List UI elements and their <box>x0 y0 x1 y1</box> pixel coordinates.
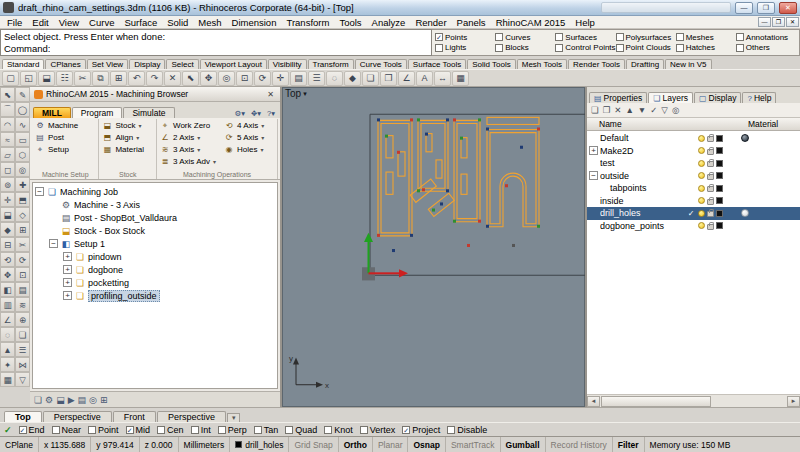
checkbox-icon[interactable] <box>324 426 332 434</box>
child-close-button[interactable]: ✕ <box>786 17 799 27</box>
layer-color-swatch[interactable] <box>716 197 723 204</box>
sidebar-tool-icon[interactable]: ⟲ <box>0 252 15 267</box>
scroll-left-icon[interactable]: ◄ <box>587 396 600 407</box>
cut-icon[interactable]: ✂ <box>74 71 91 86</box>
cam-footer-icon[interactable]: ⚙ <box>45 395 53 405</box>
viewport-tab-perspective[interactable]: Perspective <box>43 411 112 422</box>
viewport-tab-more-icon[interactable]: ▾ <box>227 413 241 422</box>
menu-curve[interactable]: Curve <box>84 17 119 28</box>
sidebar-tool-icon[interactable]: ⌒ <box>0 102 15 117</box>
lock-icon[interactable]: ◆ <box>344 71 361 86</box>
sidebar-tool-icon[interactable]: ⬡ <box>15 147 30 162</box>
osnap-int[interactable]: Int <box>191 425 211 435</box>
layer-color-swatch[interactable] <box>716 185 723 192</box>
layer-color-swatch[interactable] <box>716 222 723 229</box>
pan-icon[interactable]: ✥ <box>200 71 217 86</box>
horizontal-scrollbar[interactable]: ◄ ► <box>587 394 800 407</box>
tree-item-machining-job[interactable]: −❏Machining Job <box>35 185 275 198</box>
lock-icon[interactable] <box>707 136 714 142</box>
toggle-gumball[interactable]: Gumball <box>501 437 546 452</box>
toolbar-tab-solid-tools[interactable]: Solid Tools <box>467 59 516 69</box>
layer-row-drill-holes[interactable]: drill_holes ✓ <box>587 207 800 220</box>
sidebar-tool-icon[interactable]: ◧ <box>0 282 15 297</box>
expander-icon[interactable]: − <box>49 239 58 248</box>
properties-icon[interactable]: ☰ <box>308 71 325 86</box>
expander-icon[interactable]: + <box>63 291 72 300</box>
material-sphere-icon[interactable] <box>741 134 749 142</box>
material-button[interactable]: ▦Material <box>102 144 153 155</box>
filter-hatches[interactable]: Hatches <box>676 43 736 52</box>
osnap-mid[interactable]: ✓Mid <box>126 425 151 435</box>
checkbox-icon[interactable]: ✓ <box>19 426 27 434</box>
child-restore-button[interactable]: ❐ <box>772 17 785 27</box>
units-indicator[interactable]: Millimeters <box>179 437 231 452</box>
checkbox-icon[interactable] <box>360 426 368 434</box>
filter-point-clouds[interactable]: Point Clouds <box>616 43 676 52</box>
osnap-near[interactable]: Near <box>52 425 82 435</box>
cam-footer-icon[interactable]: ◎ <box>89 395 97 405</box>
toolbar-tab-drafting[interactable]: Drafting <box>626 59 664 69</box>
toolbar-tab-cplanes[interactable]: CPlanes <box>45 59 85 69</box>
command-input[interactable] <box>50 43 428 54</box>
grid-icon[interactable]: ▦ <box>452 71 469 86</box>
current-layer-check[interactable]: ✓ <box>686 209 696 218</box>
maximize-button[interactable]: ❐ <box>757 2 775 14</box>
layer-color-swatch[interactable] <box>716 210 723 217</box>
sidebar-tool-icon[interactable]: ⬒ <box>15 192 30 207</box>
menu-solid[interactable]: Solid <box>162 17 193 28</box>
osnap-disable[interactable]: Disable <box>447 425 487 435</box>
search-icon[interactable]: ◎ <box>672 105 679 115</box>
expander-icon[interactable]: + <box>63 252 72 261</box>
save-icon[interactable]: ⬓ <box>38 71 55 86</box>
visibility-bulb-icon[interactable] <box>698 147 705 154</box>
sidebar-tool-icon[interactable]: ⋈ <box>15 357 30 372</box>
checkbox-icon[interactable] <box>254 426 262 434</box>
sidebar-tool-icon[interactable]: ✚ <box>15 177 30 192</box>
filter-annotations[interactable]: Annotations <box>736 33 796 42</box>
sidebar-tool-icon[interactable]: ▭ <box>15 132 30 147</box>
group-icon[interactable]: ❏ <box>362 71 379 86</box>
layer-color-swatch[interactable] <box>716 147 723 154</box>
expander-icon[interactable]: + <box>63 278 72 287</box>
filter-lights[interactable]: Lights <box>435 43 495 52</box>
osnap-knot[interactable]: Knot <box>324 425 353 435</box>
layer-row-make2d[interactable]: +Make2D <box>587 145 800 158</box>
zoom-icon[interactable]: ◎ <box>218 71 235 86</box>
toggle-smarttrack[interactable]: SmartTrack <box>446 437 501 452</box>
cam-footer-icon[interactable]: ⊞ <box>100 395 108 405</box>
menu-tools[interactable]: Tools <box>334 17 366 28</box>
viewport-canvas[interactable]: y x <box>282 87 585 407</box>
menu-help[interactable]: Help <box>570 17 600 28</box>
menu-transform[interactable]: Transform <box>281 17 334 28</box>
sidebar-tool-icon[interactable]: ⊟ <box>0 237 15 252</box>
post-button[interactable]: ▤Post <box>35 132 95 143</box>
checkbox-icon[interactable]: ✓ <box>402 426 410 434</box>
sidebar-tool-icon[interactable]: ⊞ <box>15 222 30 237</box>
sidebar-tool-icon[interactable]: ◌ <box>0 327 15 342</box>
menu-mesh[interactable]: Mesh <box>193 17 226 28</box>
osnap-perp[interactable]: Perp <box>218 425 247 435</box>
expander-icon[interactable]: − <box>35 187 44 196</box>
minimize-button[interactable]: — <box>735 2 753 14</box>
sidebar-tool-icon[interactable]: ◆ <box>0 222 15 237</box>
holes-button[interactable]: ◉Holes▾ <box>224 144 274 155</box>
toggle-osnap[interactable]: Osnap <box>408 437 445 452</box>
tab-display[interactable]: ▢Display <box>694 92 741 103</box>
layer-color-swatch[interactable] <box>716 160 723 167</box>
viewport-tab-front[interactable]: Front <box>113 411 156 422</box>
viewport-tab-top[interactable]: Top <box>4 411 42 422</box>
sidebar-tool-icon[interactable]: ☰ <box>15 342 30 357</box>
viewport-title[interactable]: Top ▾ <box>285 88 307 99</box>
sidebar-tool-icon[interactable]: ▲ <box>0 342 15 357</box>
sidebar-tool-icon[interactable]: ⟳ <box>15 252 30 267</box>
sidebar-tool-icon[interactable]: ⊡ <box>15 267 30 282</box>
layers-icon[interactable]: ▤ <box>290 71 307 86</box>
delete-icon[interactable]: ✕ <box>164 71 181 86</box>
three-axis-adv-button[interactable]: ≣3 Axis Adv▾ <box>160 156 222 167</box>
sidebar-tool-icon[interactable]: ≈ <box>0 132 15 147</box>
layer-row-test[interactable]: test <box>587 157 800 170</box>
sidebar-tool-icon[interactable]: ▽ <box>15 372 30 387</box>
sidebar-tool-icon[interactable]: ◯ <box>15 102 30 117</box>
checkbox-icon[interactable]: ✓ <box>126 426 134 434</box>
move-down-icon[interactable]: ▼ <box>638 105 646 115</box>
